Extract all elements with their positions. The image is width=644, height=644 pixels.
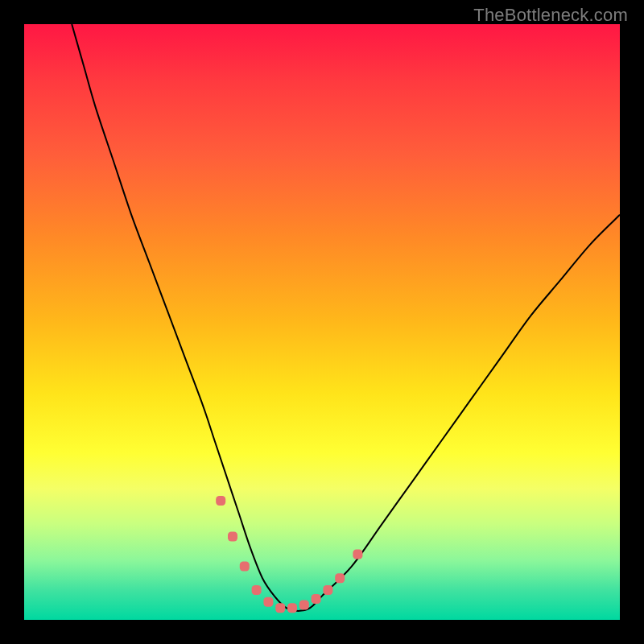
flat-marker (252, 585, 262, 595)
flat-markers (216, 496, 362, 613)
plot-area (24, 24, 620, 620)
flat-marker (240, 561, 250, 571)
bottleneck-curve (72, 24, 620, 611)
curve-layer (24, 24, 620, 620)
flat-marker (299, 601, 309, 610)
flat-marker (228, 531, 237, 541)
flat-marker (323, 585, 332, 595)
flat-marker (312, 594, 321, 604)
flat-marker (353, 550, 362, 559)
flat-marker (287, 603, 297, 613)
flat-marker (263, 597, 273, 607)
flat-marker (216, 496, 225, 506)
watermark-text: TheBottleneck.com (473, 5, 628, 26)
flat-marker (335, 573, 345, 583)
flat-marker (275, 603, 285, 613)
chart-stage: TheBottleneck.com (0, 0, 644, 644)
